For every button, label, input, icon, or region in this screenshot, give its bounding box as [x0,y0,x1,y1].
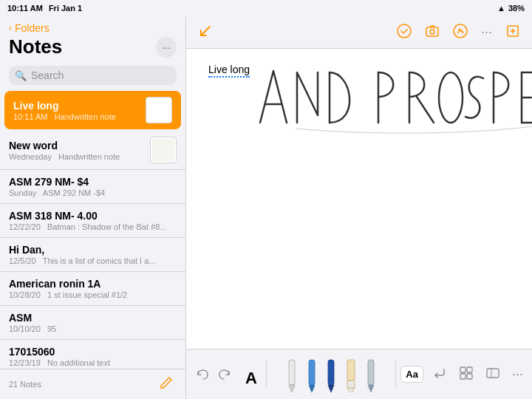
sidebar-more-button[interactable]: ··· [156,37,177,58]
svg-rect-17 [460,367,466,372]
drawing-toolbar: A [186,349,532,399]
chevron-left-icon: ‹ [9,23,12,33]
toolbar-top: ··· [186,16,532,49]
note-title: ASM [9,312,177,324]
note-meta: Sunday ASM 292 NM -$4 [9,188,177,197]
return-button[interactable] [429,363,450,386]
svg-rect-10 [328,360,334,385]
redo-button[interactable] [214,364,235,385]
note-title: New word [9,140,144,151]
note-item[interactable]: American ronin 1A 10/28/20 1 st issue sp… [0,272,185,306]
note-meta: 12/23/19 No additional text [9,358,177,367]
status-date: Fri Jan 1 [49,4,82,13]
checkmark-icon[interactable] [394,21,415,44]
note-item[interactable]: ASM 318 NM- 4.00 12/22/20 Batman : Shado… [0,204,185,238]
app-container: ‹ Folders Notes ··· 🔍 Search Live long [0,16,532,399]
note-text: Live long 10:11 AM Handwritten note [13,100,140,121]
camera-icon[interactable] [422,21,443,44]
note-meta: 12/22/20 Batman : Shadow of the Bat #8..… [9,222,177,231]
note-text: ASM 279 NM- $4 Sunday ASM 292 NM -$4 [9,176,177,197]
svg-rect-21 [487,369,499,378]
svg-marker-14 [347,388,355,392]
sidebar: ‹ Folders Notes ··· 🔍 Search Live long [0,16,186,399]
note-canvas[interactable]: Live long [186,49,532,349]
svg-rect-19 [460,374,466,379]
sidebar-title: Notes [9,35,62,58]
svg-rect-13 [347,381,355,388]
pen-tool-2[interactable] [303,354,321,395]
svg-marker-16 [368,385,374,392]
note-title: 17015060 [9,346,177,358]
sidebar-header: ‹ Folders Notes ··· [0,16,185,66]
status-time: 10:11 AM [7,4,43,13]
note-meta: 10/10/20 95 [9,324,177,333]
undo-button[interactable] [192,364,213,385]
undo-redo-group [192,364,235,385]
status-bar: 10:11 AM Fri Jan 1 ▲ 38% [0,0,532,16]
svg-point-5 [439,72,463,123]
note-item[interactable]: New word Wednesday Handwritten note [0,131,185,170]
toolbar-divider [266,361,267,388]
note-item[interactable]: Live long 10:11 AM Handwritten note [4,91,181,129]
svg-rect-6 [289,360,295,385]
note-title: ASM 318 NM- 4.00 [9,210,177,222]
note-thumbnail [146,97,172,123]
search-bar[interactable]: 🔍 Search [9,66,177,85]
svg-point-0 [398,24,411,38]
note-item[interactable]: 17015060 12/23/19 No additional text [0,340,185,369]
note-meta: 10:11 AM Handwritten note [13,112,140,121]
folders-label: Folders [15,22,50,34]
note-title: American ronin 1A [9,278,177,290]
pen-tool-1[interactable] [282,354,301,395]
draw-toolbar-right: Aa [400,363,526,386]
note-title: Live long [13,100,140,112]
wifi-icon: ▲ [497,4,505,13]
compose-icon [159,375,174,394]
note-title: ASM 279 NM- $4 [9,176,177,188]
text-tool-button[interactable]: A [241,358,262,391]
svg-rect-15 [368,360,374,385]
note-text: New word Wednesday Handwritten note [9,140,144,161]
note-text: American ronin 1A 10/28/20 1 st issue sp… [9,278,177,299]
toolbar-top-left [195,21,216,44]
pen-tool-3[interactable] [322,354,340,395]
grid-button[interactable] [456,363,477,386]
note-item-inner: New word Wednesday Handwritten note [9,137,177,163]
note-item[interactable]: Hi Dan, 12/5/20 This is a list of comics… [0,238,185,272]
folders-link[interactable]: ‹ Folders [9,22,177,34]
svg-rect-20 [467,374,472,379]
main-content: ··· Live long [186,16,532,399]
compose-icon[interactable] [502,21,523,44]
pen-tool-texture[interactable] [362,354,380,395]
toolbar-top-right: ··· [394,21,523,44]
status-bar-left: 10:11 AM Fri Jan 1 [7,4,82,13]
search-icon: 🔍 [15,70,27,81]
svg-marker-9 [309,385,315,392]
note-meta: 12/5/20 This is a list of comics that I … [9,256,177,265]
aa-button[interactable]: Aa [400,366,423,383]
svg-marker-7 [289,385,295,392]
note-meta: 10/28/20 1 st issue special #1/2 [9,290,177,299]
note-text: 17015060 12/23/19 No additional text [9,346,177,367]
markup-icon[interactable] [450,21,471,44]
note-live-long-text: Live long [208,64,250,78]
share-icon[interactable]: ··· [478,21,495,43]
note-item[interactable]: ASM 279 NM- $4 Sunday ASM 292 NM -$4 [0,170,185,204]
status-bar-right: ▲ 38% [497,4,525,13]
more-options-button[interactable]: ··· [509,364,526,385]
search-input[interactable]: Search [31,69,64,81]
note-item[interactable]: ASM 10/10/20 95 [0,306,185,340]
svg-rect-1 [426,27,438,36]
svg-rect-12 [347,360,355,381]
toolbar-divider-2 [395,361,396,388]
note-text: ASM 10/10/20 95 [9,312,177,333]
new-note-button[interactable] [156,374,177,395]
sidebar-title-row: Notes ··· [9,35,177,58]
pen-tools-group [271,354,391,395]
svg-point-2 [430,30,434,34]
view-toggle-button[interactable] [482,363,503,386]
svg-marker-11 [328,385,334,392]
eraser-tool[interactable] [341,354,361,395]
note-title: Hi Dan, [9,244,177,256]
back-arrow-icon[interactable] [195,21,216,44]
